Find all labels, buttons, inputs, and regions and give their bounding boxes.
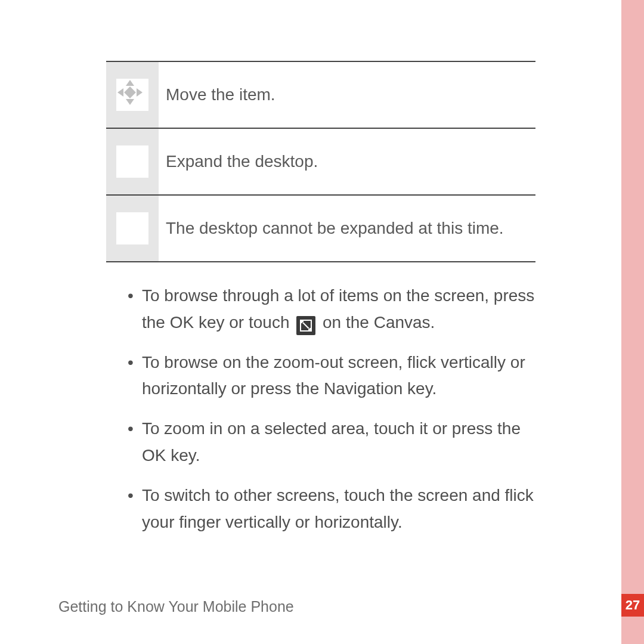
row-text: Expand the desktop. [159, 129, 535, 194]
svg-marker-2 [117, 88, 123, 97]
page-number-box: 27 [621, 594, 644, 617]
cannot-expand-icon [116, 212, 148, 244]
canvas-overview-icon [296, 316, 315, 335]
bullet-text: To zoom in on a selected area, touch it … [142, 416, 535, 469]
list-item: • To switch to other screens, touch the … [128, 482, 535, 536]
row-text: The desktop cannot be expanded at this t… [159, 196, 535, 261]
row-text: Move the item. [159, 62, 535, 128]
list-item: • To browse through a lot of items on th… [128, 283, 535, 336]
table-row: Move the item. [106, 61, 535, 128]
side-strip [621, 0, 644, 644]
bullet-text: To browse on the zoom-out screen, flick … [142, 349, 535, 403]
bullet-list: • To browse through a lot of items on th… [106, 283, 535, 535]
list-item: • To zoom in on a selected area, touch i… [128, 416, 535, 469]
move-arrows-icon [116, 79, 148, 111]
list-item: • To browse on the zoom-out screen, flic… [128, 349, 535, 403]
bullet-dot: • [128, 482, 142, 536]
svg-rect-4 [124, 86, 136, 98]
bullet-dot: • [128, 416, 142, 469]
bullet-dot: • [128, 349, 142, 403]
bullet-text: To browse through a lot of items on the … [142, 283, 535, 336]
svg-line-6 [303, 323, 309, 329]
content-area: Move the item. Expand the desktop. The d… [106, 61, 535, 549]
svg-marker-0 [126, 80, 134, 86]
table-row: Expand the desktop. [106, 128, 535, 194]
icon-description-table: Move the item. Expand the desktop. The d… [106, 61, 535, 262]
page-number: 27 [626, 597, 640, 613]
footer-text: Getting to Know Your Mobile Phone [58, 598, 294, 615]
icon-cell [106, 62, 159, 128]
svg-marker-3 [137, 88, 143, 97]
bullet-dot: • [128, 283, 142, 336]
table-row: The desktop cannot be expanded at this t… [106, 194, 535, 262]
icon-cell [106, 196, 159, 261]
expand-desktop-icon [116, 145, 148, 178]
bullet-text: To switch to other screens, touch the sc… [142, 482, 535, 536]
svg-marker-1 [126, 99, 134, 105]
icon-cell [106, 129, 159, 194]
page: 27 Move the item. [0, 0, 644, 644]
